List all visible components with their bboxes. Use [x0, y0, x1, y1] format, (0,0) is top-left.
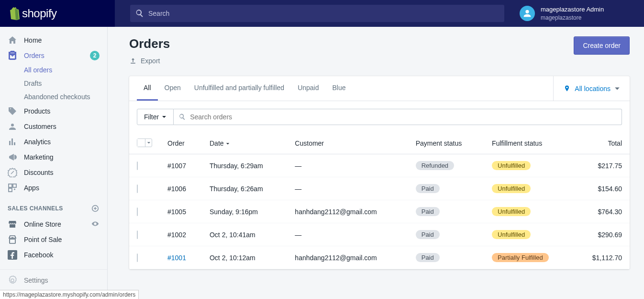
select-all[interactable] — [137, 138, 152, 147]
order-total: $764.30 — [574, 200, 630, 223]
sidebar-item-customers[interactable]: Customers — [0, 119, 107, 134]
row-checkbox[interactable] — [137, 253, 138, 262]
facebook-icon — [8, 250, 17, 260]
fulfillment-status-badge: Unfulfilled — [492, 230, 531, 239]
col-total[interactable]: Total — [574, 133, 630, 154]
sidebar-item-discounts[interactable]: Discounts — [0, 165, 107, 180]
create-order-button[interactable]: Create order — [574, 36, 630, 55]
apps-icon — [8, 183, 17, 193]
payment-status-badge: Refunded — [416, 161, 454, 170]
order-date: Oct 2, 10:12am — [202, 246, 287, 269]
sidebar-item-label: Marketing — [24, 153, 100, 161]
search-icon — [135, 9, 144, 18]
caret-down-icon — [162, 115, 167, 119]
col-customer[interactable]: Customer — [287, 133, 408, 154]
orders-table: Order Date Customer Payment status Fulfi… — [129, 133, 630, 269]
upload-icon — [129, 57, 137, 65]
plus-circle-icon[interactable] — [91, 204, 100, 213]
channel-label: Online Store — [24, 220, 84, 228]
home-icon — [8, 35, 17, 45]
caret-down-icon — [226, 139, 230, 147]
payment-status-badge: Paid — [416, 253, 440, 262]
channel-label: Facebook — [24, 251, 100, 259]
channel-facebook[interactable]: Facebook — [0, 247, 107, 263]
table-header-row: Order Date Customer Payment status Fulfi… — [129, 133, 630, 154]
channel-point-of-sale[interactable]: Point of Sale — [0, 232, 107, 247]
topbar: shopify mageplazastore Admin mageplazast… — [0, 0, 644, 27]
search-wrap — [115, 5, 520, 22]
sidebar-item-label: Settings — [24, 276, 100, 284]
orders-card: All Open Unfulfilled and partially fulfi… — [129, 76, 630, 269]
sidebar-item-label: Products — [24, 107, 100, 115]
shopify-logo[interactable]: shopify — [9, 7, 57, 20]
export-button[interactable]: Export — [129, 57, 160, 65]
filter-row: Filter — [129, 101, 630, 133]
col-fulfillment[interactable]: Fulfillment status — [484, 133, 574, 154]
row-checkbox[interactable] — [137, 161, 138, 170]
sidebar-item-label: Analytics — [24, 138, 100, 146]
tab-unpaid[interactable]: Unpaid — [291, 76, 325, 101]
orders-icon — [8, 51, 17, 60]
table-row[interactable]: #1005Sunday, 9:16pmhanhdang2112@gmail.co… — [129, 200, 630, 223]
orders-search-input[interactable] — [190, 113, 617, 121]
order-link[interactable]: #1001 — [167, 254, 186, 262]
sidebar-sub-abandoned[interactable]: Abandoned checkouts — [0, 90, 107, 104]
order-date: Sunday, 9:16pm — [202, 200, 287, 223]
sidebar-item-orders[interactable]: Orders 2 — [0, 48, 107, 63]
locations-selector[interactable]: All locations — [553, 76, 630, 101]
col-date[interactable]: Date — [202, 133, 287, 154]
filter-button[interactable]: Filter — [137, 109, 174, 125]
caret-down-icon[interactable] — [145, 139, 152, 147]
row-checkbox[interactable] — [137, 207, 138, 216]
sidebar-item-label: Orders — [24, 52, 83, 59]
table-row[interactable]: #1006Thursday, 6:26am—PaidUnfulfilled$15… — [129, 177, 630, 200]
global-search[interactable] — [130, 5, 504, 22]
table-row[interactable]: #1002Oct 2, 10:41am—PaidUnfulfilled$290.… — [129, 223, 630, 246]
sidebar: Home Orders 2 All orders Drafts Abandone… — [0, 27, 108, 299]
sidebar-item-home[interactable]: Home — [0, 33, 107, 48]
checkbox[interactable] — [137, 139, 145, 147]
pin-icon — [563, 85, 571, 92]
user-menu[interactable]: mageplazastore Admin mageplazastore — [520, 5, 644, 22]
channel-online-store[interactable]: Online Store — [0, 217, 107, 232]
col-order[interactable]: Order — [160, 133, 202, 154]
page-header: Orders Export Create order — [129, 36, 630, 67]
sidebar-sub-all-orders[interactable]: All orders — [0, 63, 107, 77]
tabs: All Open Unfulfilled and partially fulfi… — [129, 76, 553, 101]
row-checkbox[interactable] — [137, 230, 138, 239]
page-title: Orders — [129, 36, 170, 51]
store-name: mageplazastore — [541, 14, 604, 22]
order-date: Oct 2, 10:41am — [202, 223, 287, 246]
tab-blue[interactable]: Blue — [326, 76, 353, 101]
order-total: $290.69 — [574, 223, 630, 246]
tag-icon — [8, 106, 17, 116]
sidebar-sub-drafts[interactable]: Drafts — [0, 77, 107, 90]
sidebar-item-analytics[interactable]: Analytics — [0, 134, 107, 150]
tab-open[interactable]: Open — [158, 76, 188, 101]
fulfillment-status-badge: Unfulfilled — [492, 161, 531, 170]
sidebar-item-marketing[interactable]: Marketing — [0, 150, 107, 165]
sidebar-item-settings[interactable]: Settings — [0, 269, 107, 288]
col-payment[interactable]: Payment status — [408, 133, 484, 154]
order-customer: hanhdang2112@gmail.com — [287, 246, 408, 269]
tab-unfulfilled[interactable]: Unfulfilled and partially fulfilled — [188, 76, 291, 101]
avatar — [520, 6, 535, 21]
order-customer: hanhdang2112@gmail.com — [287, 200, 408, 223]
order-number: #1005 — [167, 208, 186, 216]
table-row[interactable]: #1007Thursday, 6:29am—RefundedUnfulfille… — [129, 154, 630, 177]
row-checkbox[interactable] — [137, 184, 138, 193]
payment-status-badge: Paid — [416, 207, 440, 216]
discount-icon — [8, 168, 17, 177]
tab-all[interactable]: All — [137, 76, 158, 101]
eye-icon[interactable] — [91, 219, 100, 230]
orders-search[interactable] — [174, 109, 622, 125]
search-input[interactable] — [148, 10, 500, 17]
sales-channels-heading: SALES CHANNELS — [0, 196, 107, 217]
table-row[interactable]: #1001Oct 2, 10:12amhanhdang2112@gmail.co… — [129, 246, 630, 269]
tabs-row: All Open Unfulfilled and partially fulfi… — [129, 76, 630, 101]
sidebar-item-apps[interactable]: Apps — [0, 180, 107, 196]
payment-status-badge: Paid — [416, 230, 440, 239]
sidebar-item-label: Customers — [24, 123, 100, 130]
sidebar-item-products[interactable]: Products — [0, 104, 107, 119]
megaphone-icon — [8, 152, 17, 162]
